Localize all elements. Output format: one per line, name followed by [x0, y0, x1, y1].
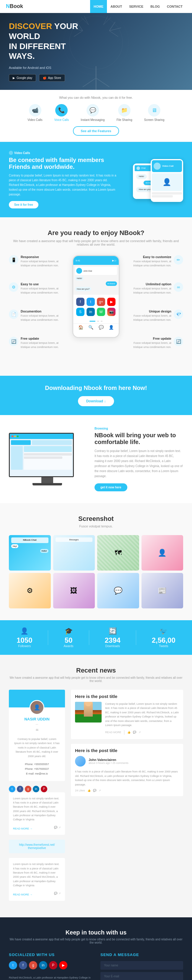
- feature-label-file: File Sharing: [116, 118, 132, 121]
- stat-downloads: 🔄 2394 Downloads: [105, 627, 120, 648]
- screenshot-chat2: Messages: [53, 535, 95, 571]
- recent-news-desc: We have created a awesome app that will …: [9, 676, 183, 682]
- ready-features-right: ✏ Easy to customize Fusce volutpat tempu…: [125, 255, 183, 364]
- news-sidebar: 👤 NASIR UDDIN ... ❝ Contrary to popular …: [9, 690, 65, 905]
- news-card-1-read-more[interactable]: READ MORE: [105, 731, 121, 734]
- hero-title: DISCOVER YOUR WORLDIN DIFFERENTWAYS.: [9, 21, 103, 61]
- documentation-title: Documention: [21, 310, 67, 313]
- news-card-2-text: It has roots in a piece of classical Lat…: [75, 770, 179, 792]
- news-card-2-comment[interactable]: 💬: [93, 789, 96, 792]
- nav-links: Home About Service Blog Contact: [90, 0, 186, 13]
- news-author-meta: about 3 hours ago • 25 comments: [89, 762, 129, 765]
- contact-layout: SOCIALIZED WITH US t f g in P ▶ Richard …: [9, 953, 183, 980]
- stat-divider-3: [136, 630, 136, 645]
- sidebar-googleplus-icon[interactable]: g: [25, 786, 31, 792]
- contact-person-info: Richard McClintock, a Latin professor at…: [9, 975, 92, 980]
- stat-awards: 🎓 50 Awards: [63, 627, 73, 648]
- news-author-avatar: [75, 756, 86, 767]
- sidebar-post-text-1: Lorem ipsum is not simply random text. I…: [13, 796, 61, 822]
- see-all-features-button[interactable]: See all the Features: [73, 126, 119, 136]
- news-card-2-header: John Valenclairen about 3 hours ago • 25…: [75, 756, 179, 767]
- dot-green: [17, 436, 19, 437]
- google-play-button[interactable]: ▶ Google play: [9, 74, 36, 81]
- feature-free-update-right: 🔄 Free update Fusce volutpat tempus lore…: [125, 337, 183, 358]
- download-section: Downloading Nbook from here Now! Downloa…: [0, 376, 192, 415]
- sidebar-pinterest-icon[interactable]: P: [41, 786, 47, 792]
- social-section-title: SOCIALIZED WITH US: [9, 953, 92, 957]
- ready-desc: We have created a awesome app that will …: [9, 239, 183, 246]
- documentation-icon: 📄: [9, 310, 18, 319]
- app-store-button[interactable]: 🍎 App Store: [39, 74, 65, 81]
- stat-downloads-icon: 🔄: [105, 627, 120, 635]
- news-author-name: John Valenclairen: [89, 758, 129, 762]
- sidebar-read-more-1[interactable]: READ MORE →: [13, 827, 32, 831]
- sidebar-post-text-2: Lorem Ipsum is not simply random text. I…: [13, 862, 61, 888]
- form-section-title: SEND A MESSAGE: [100, 953, 183, 957]
- feature-label-video: Video Calls: [27, 118, 42, 121]
- desktop-content: [10, 439, 73, 476]
- stat-tweets-label: Tweets: [152, 644, 175, 648]
- news-card-1-like[interactable]: 👍: [127, 731, 130, 734]
- news-card-2-likes[interactable]: 24 Likes: [75, 789, 85, 792]
- stat-tweets: 🐦 2,56,00 Tweets: [152, 627, 175, 648]
- ready-section: Are you ready to enjoy NBook? We have cr…: [0, 217, 192, 376]
- news-card-1-body: Contrary to popular belief, Lorem Ipsum …: [75, 702, 179, 735]
- responsive-icon: 📱: [9, 255, 18, 264]
- stat-tweets-number: 2,56,00: [152, 636, 175, 644]
- feature-easy-customize: ✏ Easy to customize Fusce volutpat tempu…: [125, 255, 183, 277]
- form-name-input[interactable]: [100, 961, 183, 970]
- contact-linkedin[interactable]: in: [39, 961, 47, 969]
- app-youtube: ▶: [107, 298, 116, 306]
- feature-unique-design: 💎 Unique design Fusce volutpat tempus lo…: [125, 310, 183, 331]
- app-facebook: f: [76, 298, 84, 306]
- sidebar-profile-card: 👤 NASIR UDDIN ... ❝ Contrary to popular …: [9, 690, 65, 781]
- desktop-screen: [9, 433, 74, 477]
- free-update-right-title: Free update: [125, 337, 171, 340]
- voice-calls-icon: 📞: [55, 104, 68, 116]
- news-card-2-actions: 24 Likes 👍 💬 ↗: [75, 789, 179, 792]
- vc-try-button[interactable]: See it for free: [9, 201, 38, 208]
- download-button[interactable]: Download ↓: [78, 396, 114, 406]
- contact-youtube[interactable]: ▶: [59, 961, 67, 969]
- news-main-content: Here is the post title Contrary to popul…: [71, 690, 183, 905]
- contact-pinterest[interactable]: P: [49, 961, 57, 969]
- app-googleplus: g+: [97, 298, 105, 306]
- nav-about[interactable]: About: [107, 0, 125, 13]
- screenshot-chat1: NBook Chat Hey! Hello!: [9, 535, 51, 571]
- feature-label-voice: Voice Calls: [54, 118, 69, 121]
- contact-twitter[interactable]: t: [9, 961, 17, 969]
- news-card-2-like[interactable]: 👍: [87, 789, 91, 792]
- contact-desc: We have created a awesome app that will …: [9, 938, 183, 944]
- nav-service[interactable]: Service: [125, 0, 147, 13]
- feature-messaging: 💬 Instant Messaging: [81, 104, 105, 121]
- sidebar-twitter-icon[interactable]: t: [9, 786, 15, 792]
- news-card-1-comment[interactable]: 💬: [133, 731, 136, 734]
- feature-label-messaging: Instant Messaging: [81, 118, 105, 121]
- vc-title: Be conected with family membersFriends a…: [9, 157, 118, 170]
- contact-googleplus[interactable]: g: [29, 961, 37, 969]
- screenshot-settings: ⚙: [9, 573, 51, 608]
- nav-home[interactable]: Home: [90, 0, 107, 13]
- feature-unlimited: ∞ Unlimited option Fusce volutpat tempus…: [125, 282, 183, 304]
- sidebar-read-more-2[interactable]: READ MORE →: [13, 892, 32, 897]
- sidebar-linkedin-icon[interactable]: in: [33, 786, 39, 792]
- nav-contact[interactable]: Contact: [163, 0, 186, 13]
- screenshots-row2: ⚙ 🖼 💬 📰: [9, 573, 183, 608]
- news-layout: 👤 NASIR UDDIN ... ❝ Contrary to popular …: [9, 690, 183, 905]
- apple-icon: 🍎: [43, 76, 46, 80]
- contact-facebook[interactable]: f: [19, 961, 27, 969]
- feature-free-update-left: 🔄 Free update Fusce volutpat tempus lore…: [9, 337, 67, 358]
- news-card-1-share[interactable]: ↗: [138, 731, 141, 734]
- screenshot-map: 🗺: [97, 535, 139, 571]
- stat-divider-2: [89, 630, 89, 645]
- news-card-2-share[interactable]: ↗: [98, 789, 101, 792]
- sidebar-facebook-icon[interactable]: f: [17, 786, 23, 792]
- browsing-try-button[interactable]: get it now here: [95, 484, 127, 491]
- form-email-input[interactable]: [100, 972, 183, 980]
- svg-line-13: [103, 18, 111, 25]
- messaging-icon: 💬: [87, 104, 99, 116]
- nav-blog[interactable]: Blog: [147, 0, 163, 13]
- navbar: NBook Home About Service Blog Contact: [0, 0, 192, 13]
- center-phone-device: 9:41 ▶ ▷ John Doe Hello! Hi there! How a…: [72, 255, 120, 338]
- screenshot-gallery: 🖼: [53, 573, 95, 608]
